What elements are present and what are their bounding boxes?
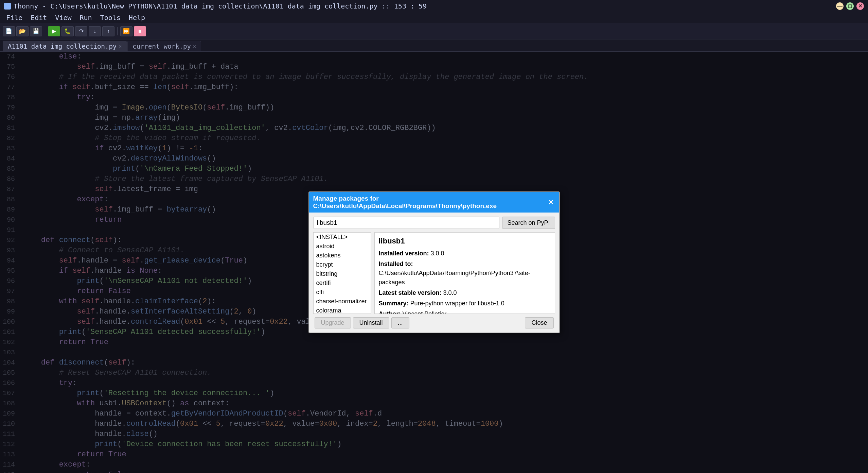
editor-area: 74 else: 75 self.img_buff = self.img_buf… bbox=[0, 52, 868, 473]
latest-version-value: 3.0.0 bbox=[443, 289, 457, 296]
menu-run[interactable]: Run bbox=[76, 13, 95, 22]
tab-label-a1101: A1101_data_img_collection.py bbox=[8, 43, 117, 50]
modal-overlay: Manage packages for C:\Users\kutlu\AppDa… bbox=[0, 52, 868, 473]
open-file-button[interactable]: 📂 bbox=[16, 26, 29, 36]
tab-close-current-work[interactable]: ✕ bbox=[193, 43, 196, 49]
menu-file[interactable]: File bbox=[3, 13, 26, 22]
editor-tabs: A1101_data_img_collection.py ✕ current_w… bbox=[0, 39, 868, 52]
pkg-item-charset-normalizer[interactable]: charset-normalizer bbox=[314, 297, 371, 306]
step-out-button[interactable]: ↑ bbox=[102, 26, 114, 36]
dialog-close-button[interactable]: ✕ bbox=[547, 198, 555, 206]
run-button[interactable]: ▶ bbox=[48, 26, 60, 36]
package-list[interactable]: <INSTALL> astroid astokens bcrypt bitstr… bbox=[313, 232, 371, 314]
package-name-heading: libusb1 bbox=[379, 237, 551, 246]
menu-tools[interactable]: Tools bbox=[97, 13, 124, 22]
tab-label-current-work: current_work.py bbox=[132, 43, 191, 50]
resume-button[interactable]: ⏩ bbox=[120, 26, 132, 36]
toolbar: 📄 📂 💾 ▶ 🐛 ↷ ↓ ↑ ⏩ ■ bbox=[0, 23, 868, 39]
installed-to-value: C:\Users\kutlu\AppData\Roaming\Python\Py… bbox=[379, 270, 530, 286]
uninstall-button[interactable]: Uninstall bbox=[353, 317, 389, 328]
summary-value: Pure-python wrapper for libusb-1.0 bbox=[410, 300, 504, 307]
summary-line: Summary: Pure-python wrapper for libusb-… bbox=[379, 299, 551, 308]
title-bar-left: Thonny - C:\Users\kutlu\New PYTHON\A1101… bbox=[4, 2, 427, 10]
menu-edit[interactable]: Edit bbox=[27, 13, 50, 22]
tab-current-work[interactable]: current_work.py ✕ bbox=[127, 41, 201, 51]
new-file-button[interactable]: 📄 bbox=[3, 26, 15, 36]
latest-version-line: Latest stable version: 3.0.0 bbox=[379, 288, 551, 298]
package-search-input[interactable] bbox=[313, 217, 500, 229]
toolbar-separator-2 bbox=[117, 27, 118, 35]
menu-bar: File Edit View Run Tools Help bbox=[0, 12, 868, 23]
step-into-button[interactable]: ↓ bbox=[89, 26, 101, 36]
search-pypi-button[interactable]: Search on PyPI bbox=[502, 217, 555, 229]
package-detail: libusb1 Installed version: 3.0.0 Install… bbox=[374, 232, 555, 314]
installed-version-label: Installed version: bbox=[379, 250, 429, 257]
title-bar: Thonny - C:\Users\kutlu\New PYTHON\A1101… bbox=[0, 0, 868, 12]
package-manager-dialog: Manage packages for C:\Users\kutlu\AppDa… bbox=[308, 191, 560, 333]
minimize-button[interactable]: — bbox=[836, 2, 844, 10]
menu-view[interactable]: View bbox=[52, 13, 75, 22]
title-bar-controls: — □ ✕ bbox=[836, 2, 864, 10]
maximize-button[interactable]: □ bbox=[846, 2, 854, 10]
footer-left: Upgrade Uninstall ... bbox=[315, 317, 409, 328]
pkg-item-certifi[interactable]: certifi bbox=[314, 278, 371, 288]
installed-to-line: Installed to: C:\Users\kutlu\AppData\Roa… bbox=[379, 259, 551, 287]
pkg-item-colorama[interactable]: colorama bbox=[314, 306, 371, 314]
menu-help[interactable]: Help bbox=[125, 13, 148, 22]
window-title: Thonny - C:\Users\kutlu\New PYTHON\A1101… bbox=[14, 2, 427, 10]
pkg-item-cffi[interactable]: cffi bbox=[314, 288, 371, 297]
more-options-button[interactable]: ... bbox=[391, 317, 409, 328]
installed-to-label: Installed to: bbox=[379, 260, 413, 267]
debug-button[interactable]: 🐛 bbox=[61, 26, 74, 36]
latest-version-label: Latest stable version: bbox=[379, 289, 443, 296]
install-header[interactable]: <INSTALL> bbox=[314, 233, 371, 242]
dialog-body: Search on PyPI <INSTALL> astroid astoken… bbox=[309, 213, 559, 333]
dialog-title-text: Manage packages for C:\Users\kutlu\AppDa… bbox=[313, 195, 547, 210]
dialog-title-bar: Manage packages for C:\Users\kutlu\AppDa… bbox=[309, 192, 559, 213]
installed-version-line: Installed version: 3.0.0 bbox=[379, 249, 551, 258]
pkg-item-astroid[interactable]: astroid bbox=[314, 242, 371, 251]
installed-version-value: 3.0.0 bbox=[431, 250, 444, 257]
pkg-item-astokens[interactable]: astokens bbox=[314, 251, 371, 260]
upgrade-button[interactable]: Upgrade bbox=[315, 317, 351, 328]
footer-right: Close bbox=[525, 317, 553, 328]
tab-close-a1101[interactable]: ✕ bbox=[119, 43, 122, 49]
step-over-button[interactable]: ↷ bbox=[75, 26, 87, 36]
search-row: Search on PyPI bbox=[313, 217, 555, 229]
dialog-footer: Upgrade Uninstall ... Close bbox=[313, 317, 555, 328]
close-window-button[interactable]: ✕ bbox=[856, 2, 864, 10]
summary-label: Summary: bbox=[379, 300, 410, 307]
save-file-button[interactable]: 💾 bbox=[30, 26, 42, 36]
stop-button[interactable]: ■ bbox=[134, 26, 146, 36]
author-line: Author: Vincent Pelletier bbox=[379, 309, 551, 314]
author-label: Author: bbox=[379, 310, 403, 314]
pkg-item-bitstring[interactable]: bitstring bbox=[314, 269, 371, 278]
dialog-content: <INSTALL> astroid astokens bcrypt bitstr… bbox=[313, 232, 555, 314]
dialog-close-footer-button[interactable]: Close bbox=[525, 317, 553, 328]
tab-a1101[interactable]: A1101_data_img_collection.py ✕ bbox=[3, 41, 127, 51]
app-icon bbox=[4, 3, 11, 10]
toolbar-separator-1 bbox=[45, 27, 45, 35]
pkg-item-bcrypt[interactable]: bcrypt bbox=[314, 260, 371, 269]
author-value: Vincent Pelletier bbox=[402, 310, 446, 314]
